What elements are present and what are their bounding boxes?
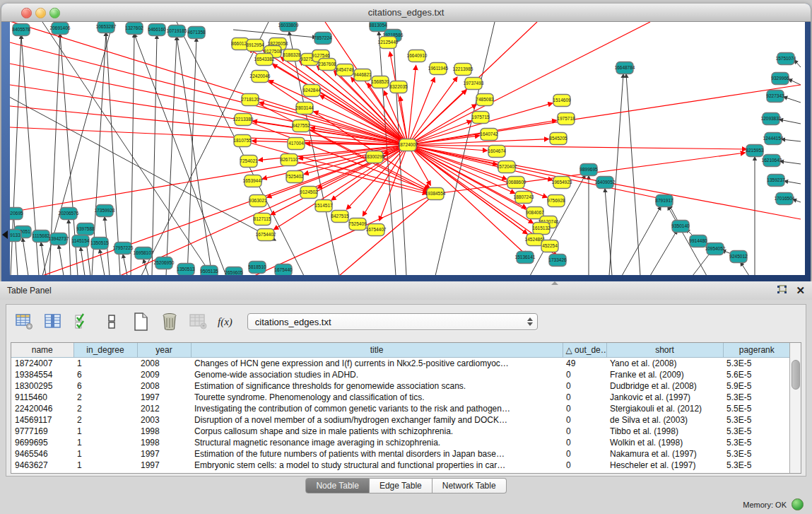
network-node-label: 1327602 [125,25,143,30]
table-row[interactable]: 969969511998Structural magnetic resonanc… [11,437,790,448]
table-row[interactable]: 2242004622012Investigating the contribut… [11,403,790,414]
network-node-label: 10954052 [705,246,726,251]
network-edge [23,238,28,275]
table-scrollbar[interactable] [789,343,801,473]
row-height-button[interactable] [102,313,122,331]
network-edge [177,37,212,275]
table-row[interactable]: 946554611997Estimation of the future num… [11,448,790,460]
network-node-label: 8791917 [655,198,673,203]
network-node-label: 16754407 [366,227,387,232]
network-node-label: 10653287 [96,24,117,29]
table-cell: 5.6E-5 [723,369,790,380]
column-header-pagerank[interactable]: pagerank [723,343,790,358]
memory-status-indicator[interactable] [792,498,804,510]
table-cell: 0 [563,403,606,414]
table-cell: Estimation of the future numbers of pati… [191,448,563,460]
network-node-label: 16543382 [254,57,275,62]
network-edge [10,106,408,145]
column-header-year[interactable]: year [137,343,191,358]
network-node-label: 7525409 [348,221,367,226]
network-edge [741,262,749,275]
table-cell: 2008 [137,358,191,370]
table-cell: 5.3E-5 [723,426,790,437]
table-row[interactable]: 1456911722003Disruption of a novel membe… [11,414,790,426]
table-cell: 0 [563,426,606,437]
table-cell: 5.3E-5 [723,414,790,426]
table-cell: Dudbridge et al. (2008) [606,380,723,392]
table-cell: de Silva et al. (2003) [606,414,723,426]
network-node-label: 8215953 [746,148,764,153]
network-node-label: 939133 [10,233,20,238]
network-edge [69,220,71,275]
network-node-label: 1514609 [553,98,571,103]
network-node-label: 18807243 [514,194,534,199]
table-row[interactable]: 1872400712008Changes of HCN gene express… [11,358,790,370]
network-node-label: 19654923 [552,180,572,185]
table-cell: 9463627 [11,460,73,471]
table-row[interactable]: 977716911998Corpus callosum shape and si… [11,426,790,437]
table-cell: 5.3E-5 [723,448,790,460]
table-row[interactable]: 1830029562008Estimation of significance … [11,380,790,392]
table-cell: 2003 [137,414,191,426]
table-selector[interactable]: citations_edges.txt [247,313,538,330]
network-node-label: 1115682 [33,233,50,238]
table-cell: 1998 [137,426,191,437]
table-cell: 18300295 [11,380,73,392]
network-edge [259,103,408,145]
network-node-label: 8186328 [283,52,301,57]
column-header-in_degree[interactable]: in_degree [73,343,137,358]
delete-table-button[interactable] [160,313,180,331]
network-node-label: 9084067 [526,210,544,215]
table-row[interactable]: 1938455462009Genome-wide association stu… [11,369,790,380]
network-edge [794,60,801,67]
select-rows-button[interactable] [73,313,93,331]
table-settings-button[interactable] [15,313,35,331]
zoom-window-button[interactable] [49,8,60,18]
network-edge [605,189,612,275]
float-panel-icon[interactable] [777,285,787,297]
network-node-label: 12444154 [763,136,784,141]
close-window-button[interactable] [21,8,32,18]
table-row[interactable]: 946362711997Embryonic stem cells: a mode… [11,460,790,471]
table-cell: 0 [563,414,606,426]
network-edge [123,255,127,275]
scrollbar-thumb[interactable] [792,360,800,390]
table-cell: 1 [73,426,137,437]
network-node-label: 8405578 [12,27,30,32]
network-canvas[interactable]: 8405578206914061065328713276026466160107… [10,22,805,275]
show-columns-button[interactable] [44,313,64,331]
minimize-window-button[interactable] [35,8,46,18]
function-builder-button[interactable]: f(x) [218,313,233,331]
table-cell: 0 [563,437,606,448]
table-cell: Corpus callosum shape and size in male p… [191,426,563,437]
tab-node-table[interactable]: Node Table [305,478,370,493]
table-tabs: Node TableEdge TableNetwork Table [0,478,812,493]
column-header-short[interactable]: short [606,343,723,358]
network-node-label: 1733426 [548,257,567,262]
table-row[interactable]: 911546021997Tourette syndrome. Phenomeno… [11,392,790,403]
table-cell: 19384554 [11,369,73,380]
table-panel: Table Panel ✕ [0,281,812,514]
new-table-button[interactable] [131,313,151,331]
network-node-label: 12213985 [453,66,473,71]
network-node-label: 16210643 [762,158,782,163]
window-title: citations_edges.txt [1,4,811,21]
table-cell: 18724007 [11,358,73,370]
divider-handle-icon[interactable] [551,281,558,285]
table-cell: 1 [73,437,137,448]
network-window-titlebar[interactable]: citations_edges.txt [1,4,811,22]
network-node-label: 1975718 [557,116,575,121]
column-header-title[interactable]: title [191,343,563,358]
column-header-out_degree[interactable]: △ out_de… [563,343,606,358]
network-edge [41,243,46,275]
network-node-label: 9242844 [302,88,321,93]
tab-network-table[interactable]: Network Table [433,478,507,493]
column-header-name[interactable]: name [11,343,73,358]
network-node-label: 1640742 [480,132,498,136]
import-table-disabled-icon [189,313,208,331]
network-edge [609,74,623,275]
network-node-label: 9363021 [249,198,267,203]
tab-edge-table[interactable]: Edge Table [370,478,433,493]
network-node-label: 15136141 [515,255,536,259]
close-panel-icon[interactable]: ✕ [796,286,805,296]
